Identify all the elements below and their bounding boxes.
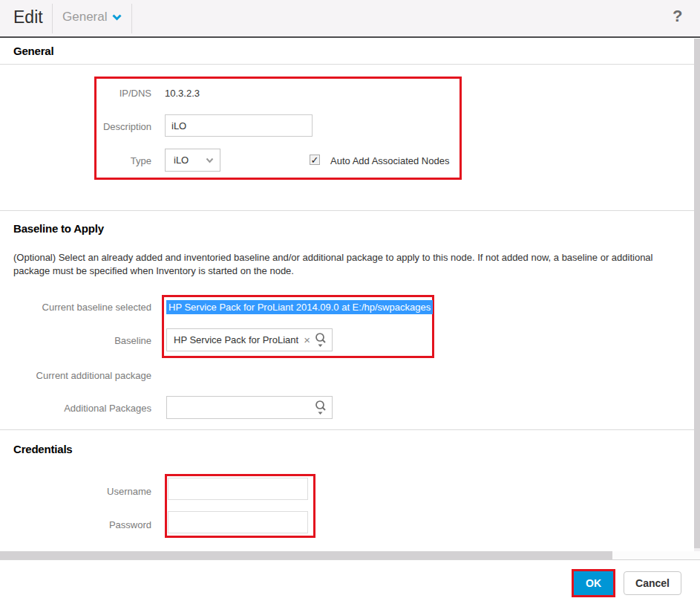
current-baseline-label: Current baseline selected <box>0 302 151 313</box>
password-label: Password <box>0 519 151 530</box>
chevron-down-icon <box>112 10 122 25</box>
auto-add-checkbox[interactable]: ✓ <box>310 155 320 165</box>
edit-node-dialog: Edit General ? General IP/DNS 10.3.2.3 D… <box>0 0 700 601</box>
ip-dns-label: IP/DNS <box>0 88 151 99</box>
baseline-section-heading: Baseline to Apply <box>13 222 104 235</box>
divider <box>0 210 700 211</box>
general-menu-dropdown[interactable]: General <box>62 10 122 25</box>
clear-icon[interactable]: × <box>301 334 313 346</box>
credentials-section-heading: Credentials <box>13 443 73 455</box>
divider <box>0 64 700 65</box>
vertical-scrollbar[interactable] <box>694 39 700 551</box>
top-bar: Edit General ? <box>0 0 700 38</box>
type-select[interactable]: iLO <box>165 149 220 172</box>
description-input[interactable] <box>165 114 313 137</box>
search-icon[interactable] <box>313 400 332 415</box>
current-baseline-value: HP Service Pack for ProLiant 2014.09.0 a… <box>166 300 433 314</box>
description-label: Description <box>0 121 151 132</box>
type-select-value: iLO <box>174 155 189 166</box>
baseline-note: (Optional) Select an already added and i… <box>13 251 658 278</box>
general-section-heading: General <box>13 45 53 57</box>
ip-dns-value: 10.3.2.3 <box>165 88 200 99</box>
password-input[interactable] <box>168 511 308 533</box>
chevron-down-icon <box>206 155 214 166</box>
horizontal-scrollbar[interactable] <box>0 551 700 560</box>
vertical-scrollbar-thumb[interactable] <box>694 39 700 548</box>
general-menu-label: General <box>62 10 107 25</box>
dialog-title: Edit <box>13 7 43 27</box>
separator <box>52 4 53 33</box>
separator <box>131 4 132 33</box>
auto-add-label: Auto Add Associated Nodes <box>330 155 449 166</box>
username-label: Username <box>0 486 151 497</box>
baseline-input[interactable]: HP Service Pack for ProLiant × <box>166 328 333 351</box>
check-icon: ✓ <box>311 155 319 165</box>
horizontal-scrollbar-thumb[interactable] <box>0 551 612 559</box>
type-label: Type <box>0 155 151 166</box>
additional-packages-label: Additional Packages <box>0 403 151 414</box>
help-icon[interactable]: ? <box>673 7 682 26</box>
search-icon[interactable] <box>313 332 332 348</box>
username-input[interactable] <box>168 478 308 500</box>
cancel-button[interactable]: Cancel <box>624 571 681 595</box>
divider <box>0 429 700 430</box>
current-additional-label: Current additional package <box>0 370 151 381</box>
baseline-input-value: HP Service Pack for ProLiant <box>167 334 301 345</box>
baseline-label: Baseline <box>0 335 151 346</box>
additional-packages-input[interactable] <box>166 396 333 419</box>
ok-button[interactable]: OK <box>574 571 613 595</box>
